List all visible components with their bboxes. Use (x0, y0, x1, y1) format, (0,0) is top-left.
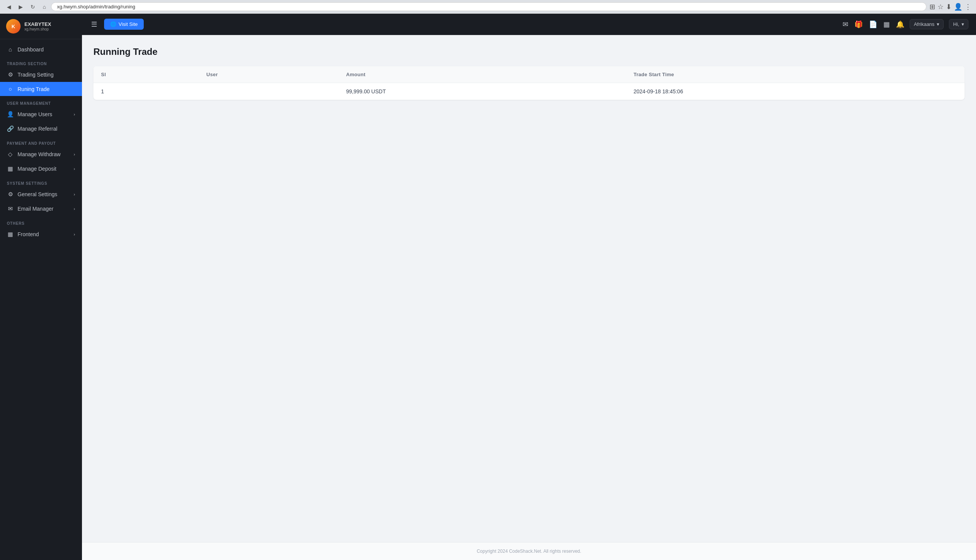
manage-referral-icon: 🔗 (7, 125, 14, 132)
sidebar-nav: ⌂ Dashboard TRADING SECTION ⚙ Trading Se… (0, 39, 82, 560)
manage-withdraw-label: Manage Withdraw (18, 151, 61, 157)
manage-users-chevron: › (74, 112, 75, 117)
translate-icon[interactable]: ⊞ (929, 3, 935, 11)
profile-icon[interactable]: 👤 (954, 3, 962, 11)
sidebar-section-system: SYSTEM SETTINGS (0, 176, 82, 187)
sidebar-section-payment: PAYMENT AND PAYOUT (0, 136, 82, 147)
topbar-language-selector[interactable]: Afrikaans ▾ (910, 19, 944, 29)
cell-trade-start-time: 2024-09-18 18:45:06 (626, 83, 964, 100)
topbar-user-menu[interactable]: Hi, ▾ (949, 19, 968, 29)
bookmark-icon[interactable]: ☆ (938, 3, 944, 11)
topbar-bell-icon[interactable]: 🔔 (896, 20, 904, 28)
sidebar-item-general-settings[interactable]: ⚙ General Settings › (0, 187, 82, 202)
manage-withdraw-chevron: › (74, 152, 75, 157)
running-trade-table-container: Sl User Amount Trade Start Time 1 99,999… (94, 66, 964, 100)
sidebar-item-manage-withdraw[interactable]: ◇ Manage Withdraw › (0, 147, 82, 162)
col-trade-start-time: Trade Start Time (626, 66, 964, 83)
sidebar-item-frontend[interactable]: ▦ Frontend › (0, 227, 82, 242)
trading-setting-label: Trading Setting (18, 72, 53, 78)
sidebar-section-others: OTHERS (0, 216, 82, 227)
email-manager-chevron: › (74, 207, 75, 211)
cell-sl: 1 (94, 83, 199, 100)
email-manager-icon: ✉ (7, 205, 14, 212)
sidebar-dashboard-label: Dashboard (18, 47, 44, 53)
topbar-gift-icon[interactable]: 🎁 (854, 20, 863, 28)
sidebar-item-runing-trade[interactable]: ○ Runing Trade (0, 82, 82, 96)
sidebar-item-manage-referral[interactable]: 🔗 Manage Referral (0, 122, 82, 136)
frontend-chevron: › (74, 232, 75, 237)
manage-deposit-chevron: › (74, 167, 75, 171)
topbar-mail-icon[interactable]: ✉ (842, 20, 848, 28)
language-label: Afrikaans (914, 21, 934, 27)
browser-home[interactable]: ⌂ (40, 3, 48, 11)
sidebar-logo: K EXABYTEX xg.hwym.shop (0, 14, 82, 39)
general-settings-icon: ⚙ (7, 191, 14, 198)
visit-site-button[interactable]: 🌐 Visit Site (104, 19, 144, 30)
topbar: ☰ 🌐 Visit Site ✉ 🎁 📄 ▦ 🔔 Afrikaans ▾ Hi,… (82, 14, 976, 35)
sidebar: K EXABYTEX xg.hwym.shop ⌂ Dashboard TRAD… (0, 14, 82, 560)
general-settings-chevron: › (74, 192, 75, 197)
sidebar-item-dashboard[interactable]: ⌂ Dashboard (0, 42, 82, 57)
table-row: 1 99,999.00 USDT 2024-09-18 18:45:06 (94, 83, 964, 100)
browser-forward[interactable]: ▶ (17, 3, 25, 11)
browser-menu-icon[interactable]: ⋮ (964, 3, 971, 11)
sidebar-section-trading: TRADING SECTION (0, 57, 82, 67)
topbar-icons: ✉ 🎁 📄 ▦ 🔔 (842, 20, 904, 28)
topbar-menu-button[interactable]: ☰ (90, 19, 99, 30)
manage-withdraw-icon: ◇ (7, 151, 14, 158)
language-chevron: ▾ (937, 21, 939, 27)
sidebar-section-user-management: USER MANAGEMENT (0, 96, 82, 107)
visit-site-label: Visit Site (119, 21, 138, 27)
browser-back[interactable]: ◀ (5, 3, 13, 11)
email-manager-label: Email Manager (18, 206, 53, 212)
main-content: Running Trade Sl User Amount Trade Start… (82, 35, 976, 560)
sidebar-item-trading-setting[interactable]: ⚙ Trading Setting (0, 67, 82, 82)
runing-trade-label: Runing Trade (18, 86, 50, 92)
manage-users-label: Manage Users (18, 111, 52, 117)
browser-chrome: ◀ ▶ ↻ ⌂ xg.hwym.shop/admin/trading/runin… (0, 0, 976, 14)
general-settings-label: General Settings (18, 191, 57, 197)
footer: Copyright 2024 CodeShack.Net. All rights… (82, 542, 976, 560)
topbar-doc-icon[interactable]: 📄 (869, 20, 877, 28)
dashboard-icon: ⌂ (7, 46, 14, 53)
frontend-icon: ▦ (7, 231, 14, 238)
topbar-layout-icon[interactable]: ▦ (883, 20, 890, 28)
page-title: Running Trade (94, 47, 964, 57)
table-header-row: Sl User Amount Trade Start Time (94, 66, 964, 83)
frontend-label: Frontend (18, 231, 39, 237)
browser-url-bar[interactable]: xg.hwym.shop/admin/trading/runing (51, 2, 926, 11)
running-trade-table: Sl User Amount Trade Start Time 1 99,999… (94, 66, 964, 100)
manage-referral-label: Manage Referral (18, 126, 57, 132)
runing-trade-icon: ○ (7, 86, 14, 92)
trading-setting-icon: ⚙ (7, 71, 14, 78)
sidebar-item-manage-deposit[interactable]: ▦ Manage Deposit › (0, 162, 82, 176)
col-sl: Sl (94, 66, 199, 83)
user-greeting: Hi, (953, 21, 959, 27)
footer-text: Copyright 2024 CodeShack.Net. All rights… (476, 548, 581, 554)
logo-text: EXABYTEX (24, 21, 51, 27)
col-amount: Amount (339, 66, 626, 83)
url-text: xg.hwym.shop/admin/trading/runing (57, 4, 135, 10)
cell-user (199, 83, 338, 100)
cell-amount: 99,999.00 USDT (339, 83, 626, 100)
manage-users-icon: 👤 (7, 111, 14, 118)
logo-domain: xg.hwym.shop (24, 27, 51, 31)
logo-circle: K (6, 19, 20, 33)
manage-deposit-icon: ▦ (7, 165, 14, 172)
browser-reload[interactable]: ↻ (28, 3, 37, 11)
globe-icon: 🌐 (110, 21, 116, 27)
sidebar-item-email-manager[interactable]: ✉ Email Manager › (0, 202, 82, 216)
col-user: User (199, 66, 338, 83)
download-icon[interactable]: ⬇ (946, 3, 952, 11)
browser-actions: ⊞ ☆ ⬇ 👤 ⋮ (929, 3, 971, 11)
manage-deposit-label: Manage Deposit (18, 166, 57, 172)
user-chevron: ▾ (961, 21, 964, 27)
sidebar-item-manage-users[interactable]: 👤 Manage Users › (0, 107, 82, 122)
